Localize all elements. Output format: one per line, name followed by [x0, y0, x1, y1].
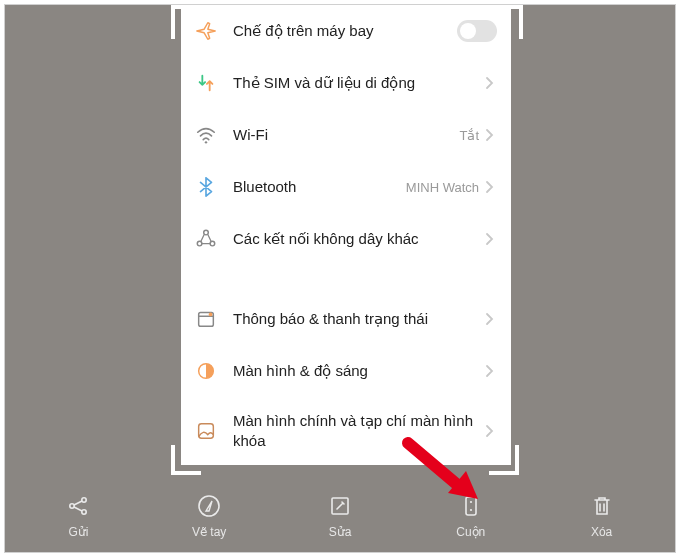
edit-icon	[327, 493, 353, 519]
value: MINH Watch	[406, 180, 479, 195]
share-icon	[65, 493, 91, 519]
svg-rect-7	[199, 423, 214, 438]
svg-point-1	[204, 230, 209, 235]
label: Sửa	[329, 525, 352, 539]
svg-point-8	[70, 504, 74, 508]
label: Cuộn	[456, 525, 485, 539]
draw-icon	[196, 493, 222, 519]
delete-icon	[589, 493, 615, 519]
row-wifi[interactable]: Wi-Fi Tắt	[181, 109, 511, 161]
chevron-right-icon	[485, 129, 497, 141]
svg-point-10	[82, 510, 86, 514]
row-bluetooth[interactable]: Bluetooth MINH Watch	[181, 161, 511, 213]
label: Màn hình chính và tạp chí màn hình khóa	[217, 411, 485, 450]
chevron-right-icon	[485, 77, 497, 89]
label: Các kết nối không dây khác	[217, 229, 485, 249]
toolbar-share[interactable]: Gửi	[23, 493, 133, 539]
toolbar-edit[interactable]: Sửa	[285, 493, 395, 539]
toolbar-draw[interactable]: Vẽ tay	[154, 493, 264, 539]
chevron-right-icon	[485, 181, 497, 193]
sim-icon	[195, 72, 217, 94]
svg-point-3	[210, 241, 215, 246]
wireless-icon	[195, 228, 217, 250]
row-sim-data[interactable]: Thẻ SIM và dữ liệu di động	[181, 57, 511, 109]
svg-point-2	[197, 241, 202, 246]
chevron-right-icon	[485, 233, 497, 245]
label: Thông báo & thanh trạng thái	[217, 309, 485, 329]
toolbar-scroll[interactable]: Cuộn	[416, 493, 526, 539]
row-display[interactable]: Màn hình & độ sáng	[181, 345, 511, 397]
row-airplane-mode[interactable]: Chế độ trên máy bay	[181, 5, 511, 57]
label: Chế độ trên máy bay	[217, 21, 457, 41]
row-notifications[interactable]: Thông báo & thanh trạng thái	[181, 293, 511, 345]
chevron-right-icon	[485, 365, 497, 377]
value: Tắt	[459, 128, 479, 143]
screenshot-frame: Chế độ trên máy bay Thẻ SIM và dữ liệu d…	[4, 4, 676, 553]
chevron-right-icon	[485, 425, 497, 437]
wifi-icon	[195, 124, 217, 146]
svg-point-9	[82, 498, 86, 502]
label: Gửi	[68, 525, 88, 539]
settings-panel: Chế độ trên máy bay Thẻ SIM và dữ liệu d…	[181, 5, 511, 465]
label: Vẽ tay	[192, 525, 226, 539]
settings-list: Chế độ trên máy bay Thẻ SIM và dữ liệu d…	[181, 5, 511, 464]
bluetooth-icon	[195, 176, 217, 198]
notification-icon	[195, 308, 217, 330]
label: Thẻ SIM và dữ liệu di động	[217, 73, 485, 93]
chevron-right-icon	[485, 313, 497, 325]
label: Wi-Fi	[217, 125, 459, 145]
scroll-icon	[458, 493, 484, 519]
toolbar-delete[interactable]: Xóa	[547, 493, 657, 539]
svg-point-0	[205, 141, 207, 143]
label: Bluetooth	[217, 177, 406, 197]
label: Màn hình & độ sáng	[217, 361, 485, 381]
row-other-wireless[interactable]: Các kết nối không dây khác	[181, 213, 511, 265]
row-home-lock-screen[interactable]: Màn hình chính và tạp chí màn hình khóa	[181, 397, 511, 464]
svg-point-15	[470, 509, 472, 511]
svg-point-5	[209, 313, 213, 317]
label: Xóa	[591, 525, 612, 539]
home-lock-icon	[195, 420, 217, 442]
section-gap	[181, 265, 511, 293]
screenshot-toolbar: Gửi Vẽ tay Sửa Cuộn Xóa	[5, 482, 675, 552]
svg-point-14	[470, 501, 472, 503]
display-icon	[195, 360, 217, 382]
svg-rect-13	[466, 497, 476, 515]
